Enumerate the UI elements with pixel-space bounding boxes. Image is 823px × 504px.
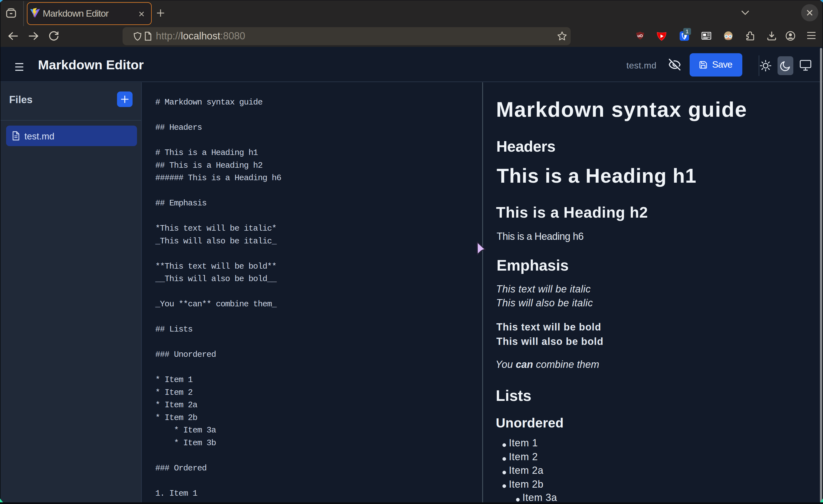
svg-text:uO: uO [638,33,643,38]
